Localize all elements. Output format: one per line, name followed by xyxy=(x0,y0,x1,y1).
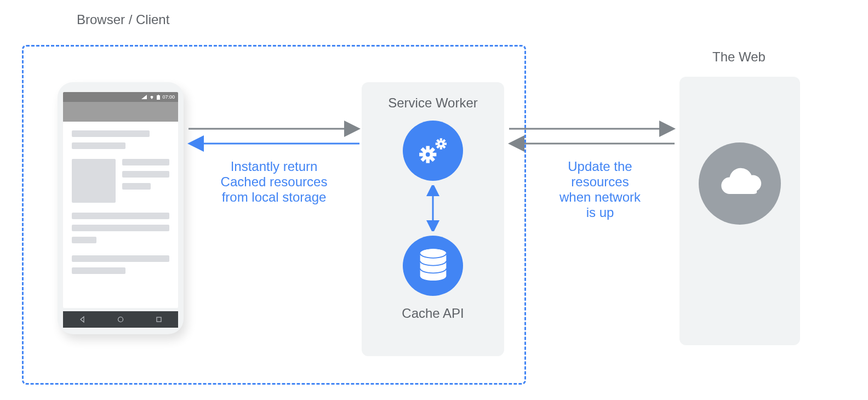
svg-rect-1 xyxy=(158,95,159,95)
svg-line-21 xyxy=(437,146,438,147)
svg-point-2 xyxy=(118,317,123,322)
nav-back-icon xyxy=(79,316,85,323)
svg-line-19 xyxy=(437,140,438,141)
network-caption-line3: when network xyxy=(548,190,652,205)
svg-rect-3 xyxy=(157,317,161,322)
phone-mockup: 07:00 xyxy=(58,82,184,334)
cache-caption-line2: Cached resources xyxy=(208,174,340,190)
svg-point-23 xyxy=(439,142,442,145)
nav-home-icon xyxy=(117,316,124,323)
signal-icon xyxy=(141,95,147,99)
phone-time: 07:00 xyxy=(162,94,175,100)
svg-line-9 xyxy=(421,148,424,151)
sw-to-web-arrows xyxy=(507,121,677,153)
phone-nav-bar xyxy=(63,311,178,328)
cache-caption-line1: Instantly return xyxy=(208,159,340,174)
svg-line-20 xyxy=(443,146,445,147)
database-icon xyxy=(418,248,448,284)
svg-line-11 xyxy=(421,158,424,161)
service-worker-circle xyxy=(403,121,463,181)
network-caption-line4: is up xyxy=(548,205,652,220)
cache-caption: Instantly return Cached resources from l… xyxy=(208,159,340,205)
gears-icon xyxy=(415,133,451,169)
web-panel xyxy=(679,77,800,345)
browser-client-heading: Browser / Client xyxy=(77,12,169,27)
svg-point-13 xyxy=(425,152,430,157)
svg-line-12 xyxy=(431,148,434,151)
svg-rect-0 xyxy=(157,95,160,100)
cache-api-circle xyxy=(403,236,463,296)
nav-recent-icon xyxy=(156,316,162,323)
battery-icon xyxy=(157,95,160,100)
phone-app-bar xyxy=(63,102,178,122)
cache-caption-line3: from local storage xyxy=(208,190,340,205)
sw-cache-double-arrow-icon xyxy=(426,185,439,231)
phone-content-placeholder xyxy=(63,122,178,288)
network-caption-line2: resources xyxy=(548,174,652,190)
service-worker-panel: Service Worker xyxy=(362,82,504,356)
wifi-icon xyxy=(149,95,155,99)
network-caption-line1: Update the xyxy=(548,159,652,174)
cache-api-label: Cache API xyxy=(362,306,504,321)
phone-screen: 07:00 xyxy=(63,92,178,308)
web-heading: The Web xyxy=(712,49,766,65)
cloud-icon xyxy=(714,167,766,200)
web-cloud-circle xyxy=(699,142,781,225)
svg-line-10 xyxy=(431,158,434,161)
phone-statusbar: 07:00 xyxy=(63,92,178,102)
svg-line-22 xyxy=(443,140,445,141)
phone-to-sw-arrows xyxy=(186,121,362,153)
network-caption: Update the resources when network is up xyxy=(548,159,652,220)
service-worker-label: Service Worker xyxy=(362,95,504,111)
